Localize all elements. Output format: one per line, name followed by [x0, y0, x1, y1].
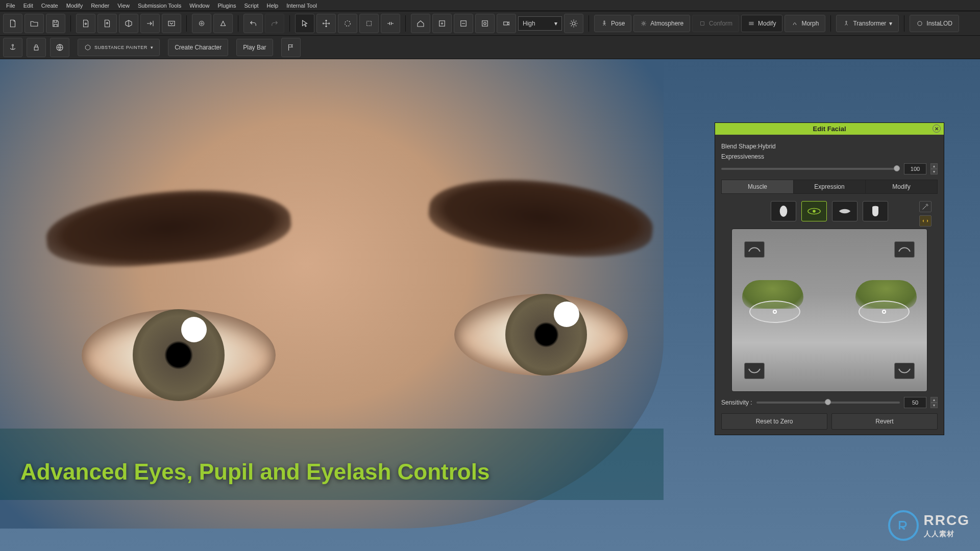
lock-icon[interactable]: [27, 38, 46, 57]
sensitivity-spinner[interactable]: ▲▼: [930, 397, 938, 408]
blend-shape-label: Blend Shape:Hybrid: [721, 143, 938, 150]
expressiveness-spinner[interactable]: ▲▼: [930, 163, 938, 174]
flag-icon[interactable]: [281, 38, 301, 57]
zoom-extents-icon[interactable]: [475, 14, 495, 33]
menu-render[interactable]: Render: [87, 3, 113, 9]
left-eye: [82, 309, 276, 401]
svg-point-14: [918, 21, 922, 25]
atmosphere-button[interactable]: Atmosphere: [633, 15, 690, 32]
scale-tool-icon[interactable]: [359, 14, 379, 33]
frame-selected-icon[interactable]: [432, 14, 452, 33]
expressiveness-slider[interactable]: [721, 168, 900, 170]
eye-control-diagram[interactable]: [731, 229, 927, 392]
frame-all-icon[interactable]: [454, 14, 473, 33]
lower-right-eyelid-control[interactable]: [894, 363, 915, 379]
sensitivity-value[interactable]: 50: [904, 397, 926, 408]
modify-button[interactable]: Modify: [741, 15, 782, 32]
transformer-button[interactable]: Transformer▾: [836, 15, 899, 32]
anchor-icon[interactable]: [3, 38, 22, 57]
svg-point-1: [200, 21, 204, 26]
svg-rect-7: [482, 20, 488, 26]
menu-plugins[interactable]: Plugins: [213, 3, 240, 9]
panel-title-bar[interactable]: Edit Facial ✕: [715, 123, 944, 135]
play-bar-button[interactable]: Play Bar: [236, 39, 273, 56]
upper-left-eyelid-control[interactable]: [744, 241, 765, 258]
select-tool-icon[interactable]: [295, 14, 314, 33]
move-tool-icon[interactable]: [316, 14, 336, 33]
link-tool-icon[interactable]: [381, 14, 400, 33]
mirror-icon[interactable]: [919, 215, 932, 227]
menu-script[interactable]: Script: [240, 3, 262, 9]
export-icon[interactable]: [97, 14, 117, 33]
instalod-button[interactable]: InstaLOD: [910, 15, 959, 32]
render-icon[interactable]: [192, 14, 211, 33]
watermark-brand: RRCG: [924, 512, 970, 529]
svg-point-10: [572, 22, 575, 25]
edit-facial-panel: Edit Facial ✕ Blend Shape:Hybrid Express…: [715, 122, 944, 435]
conform-button: Conform: [692, 15, 739, 32]
facial-tabs: Muscle Expression Modify: [721, 180, 938, 194]
sensitivity-slider[interactable]: [756, 402, 900, 404]
import-mesh-icon[interactable]: [119, 14, 138, 33]
svg-rect-16: [34, 47, 38, 50]
new-file-icon[interactable]: [3, 14, 22, 33]
svg-point-11: [604, 20, 605, 21]
revert-button[interactable]: Revert: [831, 413, 938, 430]
camera-dropdown-icon[interactable]: [497, 14, 516, 33]
right-eyebrow: [426, 170, 656, 264]
eyedropper-icon[interactable]: [919, 201, 932, 212]
expressiveness-value[interactable]: 100: [904, 163, 926, 174]
upper-right-eyelid-control[interactable]: [894, 241, 915, 258]
region-head-icon[interactable]: [771, 201, 796, 221]
redo-icon[interactable]: [265, 14, 284, 33]
pose-button[interactable]: Pose: [594, 15, 631, 32]
svg-rect-4: [367, 21, 372, 26]
quality-dropdown[interactable]: High ▾: [518, 16, 562, 31]
svg-point-18: [780, 206, 788, 217]
rotate-tool-icon[interactable]: [338, 14, 357, 33]
menu-submission-tools[interactable]: Submission Tools: [134, 3, 185, 9]
menu-modify[interactable]: Modify: [62, 3, 87, 9]
tab-muscle[interactable]: Muscle: [722, 180, 794, 193]
close-icon[interactable]: ✕: [933, 124, 941, 133]
undo-icon[interactable]: [243, 14, 263, 33]
morph-button[interactable]: Morph: [785, 15, 825, 32]
render-settings-icon[interactable]: [213, 14, 233, 33]
svg-rect-9: [504, 22, 508, 25]
menu-create[interactable]: Create: [37, 3, 62, 9]
eye-highlight: [554, 302, 579, 327]
region-mouth-icon[interactable]: [832, 201, 857, 221]
export-render-icon[interactable]: [162, 14, 181, 33]
home-view-icon[interactable]: [411, 14, 430, 33]
reset-to-zero-button[interactable]: Reset to Zero: [721, 413, 827, 430]
svg-point-15: [12, 44, 14, 46]
right-pupil-control[interactable]: [882, 310, 886, 314]
import-icon[interactable]: [76, 14, 95, 33]
svg-point-20: [813, 210, 816, 213]
svg-rect-0: [168, 21, 175, 26]
menu-file[interactable]: File: [2, 3, 19, 9]
create-character-button[interactable]: Create Character: [168, 39, 228, 56]
menu-edit[interactable]: Edit: [19, 3, 37, 9]
export-fbx-icon[interactable]: [140, 14, 160, 33]
region-eyes-icon[interactable]: [801, 201, 827, 221]
menu-window[interactable]: Window: [185, 3, 213, 9]
substance-painter-button[interactable]: SUBSTANCE PAINTER▾: [78, 39, 160, 56]
region-teeth-icon[interactable]: [863, 201, 888, 221]
menu-view[interactable]: View: [113, 3, 134, 9]
left-pupil-control[interactable]: [773, 310, 777, 314]
tab-expression[interactable]: Expression: [794, 180, 866, 193]
menu-internal-tool[interactable]: Internal Tool: [282, 3, 321, 9]
menu-help[interactable]: Help: [263, 3, 283, 9]
slider-thumb[interactable]: [825, 399, 831, 405]
globe-icon[interactable]: [50, 38, 69, 57]
panel-title: Edit Facial: [813, 125, 846, 133]
tab-modify[interactable]: Modify: [866, 180, 937, 193]
light-icon[interactable]: [564, 14, 583, 33]
lower-left-eyelid-control[interactable]: [744, 363, 765, 379]
watermark: RRCG 人人素材: [888, 510, 970, 541]
open-file-icon[interactable]: [24, 14, 44, 33]
save-file-icon[interactable]: [46, 14, 65, 33]
sensitivity-label: Sensitivity :: [721, 399, 752, 406]
slider-thumb[interactable]: [894, 165, 900, 171]
